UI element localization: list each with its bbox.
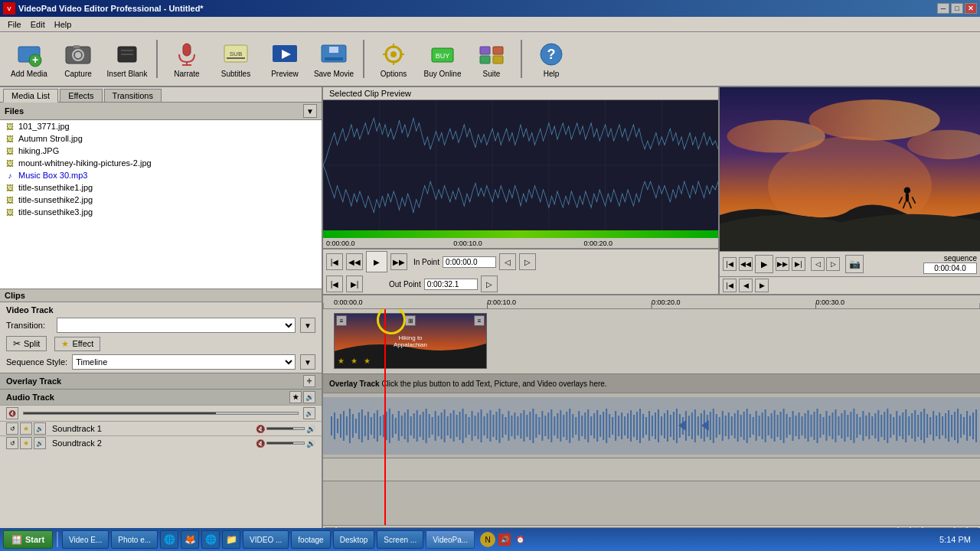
seq-next-frame-btn[interactable]: ▷ <box>826 257 840 271</box>
file-item-6[interactable]: 🖼 title-sunsethike2.jpg <box>0 194 322 206</box>
minimize-button[interactable]: ─ <box>937 3 949 14</box>
audio-track-star-btn[interactable]: ★ <box>289 391 302 403</box>
taskbar-folder-btn[interactable]: 📁 <box>222 530 240 549</box>
seq-r2-btn[interactable]: ◀ <box>739 279 753 292</box>
overlay-track-add-btn[interactable]: + <box>303 375 315 387</box>
clip-forward-btn[interactable]: ▶▶ <box>390 253 407 270</box>
taskbar-item-0[interactable]: Video E... <box>62 530 109 549</box>
svg-rect-169 <box>655 412 656 439</box>
taskbar-item-3[interactable]: footage <box>291 530 330 549</box>
taskbar-item-1[interactable]: Photo e... <box>111 530 158 549</box>
clip-end-btn[interactable]: ▶| <box>346 276 363 292</box>
subtitles-button[interactable]: SUB Subtitles <box>213 35 259 83</box>
svg-rect-179 <box>685 411 687 441</box>
taskbar-item-4[interactable]: Desktop <box>333 530 375 549</box>
title-bar-right[interactable]: ─ □ ✕ <box>937 3 977 14</box>
audio-track-speaker-btn[interactable]: 🔊 <box>303 391 315 403</box>
taskbar-item-2[interactable]: VIDEO ... <box>243 530 289 549</box>
tab-transitions[interactable]: Transitions <box>104 89 162 102</box>
seq-r3-btn[interactable]: ▶ <box>755 279 769 292</box>
maximize-button[interactable]: □ <box>951 3 963 14</box>
transition-select[interactable] <box>57 318 296 333</box>
clip-menu-btn[interactable]: ≡ <box>336 315 347 326</box>
sequence-style-select[interactable]: Timeline <box>72 354 296 370</box>
taskbar-ie-btn[interactable]: 🌐 <box>160 530 178 549</box>
tab-effects[interactable]: Effects <box>60 89 102 102</box>
soundtrack-1-star-btn[interactable]: ★ <box>20 422 32 435</box>
seq-forward-btn[interactable]: ▶▶ <box>776 257 789 271</box>
seq-end-btn[interactable]: ▶| <box>792 257 805 271</box>
audio-volume-slider[interactable] <box>23 412 299 415</box>
preview-button[interactable]: Preview <box>262 35 308 83</box>
clip-rewind-btn[interactable]: ◀◀ <box>346 253 363 270</box>
file-item-1[interactable]: 🖼 Autumn Stroll.jpg <box>0 132 322 145</box>
seq-snapshot-btn[interactable]: 📷 <box>845 255 864 273</box>
clip-right-menu-btn[interactable]: ≡ <box>474 315 485 326</box>
soundtrack-1-vol-icon[interactable]: 🔊 <box>306 425 315 433</box>
clip-mark-in-btn[interactable]: ◁ <box>499 253 516 270</box>
soundtrack-1-mute-icon[interactable]: 🔇 <box>256 425 265 433</box>
insert-blank-button[interactable]: Insert Blank <box>104 35 150 83</box>
audio-vol-up-btn[interactable]: 🔊 <box>303 407 315 419</box>
buy-online-button[interactable]: BUY Buy Online <box>420 35 466 83</box>
split-button[interactable]: ✂ Split <box>6 336 47 351</box>
save-movie-button[interactable]: Save Movie <box>311 35 357 83</box>
help-button[interactable]: ? Help <box>528 35 574 83</box>
tab-media-list[interactable]: Media List <box>3 89 58 103</box>
clip-start-btn[interactable]: |◀ <box>326 276 343 292</box>
soundtrack-2-speaker-btn[interactable]: 🔊 <box>34 437 46 449</box>
out-point-field[interactable] <box>424 279 478 290</box>
taskbar-ff-btn[interactable]: 🦊 <box>181 530 199 549</box>
tray-icon-2[interactable]: 🔊 <box>498 533 511 546</box>
suite-button[interactable]: Suite <box>469 35 514 83</box>
clip-mark-out-btn[interactable]: ▷ <box>519 253 536 270</box>
menu-file[interactable]: File <box>3 18 26 31</box>
tray-icon-1[interactable]: N <box>480 532 495 547</box>
clip-next-btn[interactable]: ▷ <box>481 276 498 292</box>
soundtrack-2-star-btn[interactable]: ★ <box>20 437 32 449</box>
options-button[interactable]: Options <box>371 35 416 83</box>
taskbar-item-5[interactable]: Screen ... <box>377 530 423 549</box>
file-item-7[interactable]: 🖼 title-sunsethike3.jpg <box>0 206 322 218</box>
clip-play-btn[interactable]: ▶ <box>366 251 387 272</box>
audio-mute-btn[interactable]: 🔇 <box>6 407 18 419</box>
taskbar-item-6[interactable]: VideoPa... <box>426 530 475 549</box>
transition-dropdown-btn[interactable]: ▼ <box>300 318 315 333</box>
seq-r1-btn[interactable]: |◀ <box>723 279 737 292</box>
video-clip-1[interactable]: ≡ ⊞ ≡ Hiking to Appalachian ★ <box>334 313 487 369</box>
close-button[interactable]: ✕ <box>965 3 977 14</box>
add-media-button[interactable]: + Add Media <box>6 35 52 83</box>
svg-rect-8 <box>121 50 133 51</box>
soundtrack-2-mute-icon[interactable]: 🔇 <box>256 439 265 448</box>
in-point-field[interactable] <box>443 256 496 268</box>
soundtrack-1-speaker-btn[interactable]: 🔊 <box>34 422 46 435</box>
taskbar-chrome-btn[interactable]: 🌐 <box>201 530 220 549</box>
start-button[interactable]: 🪟 Start <box>3 530 53 549</box>
seq-rewind-btn[interactable]: ◀◀ <box>739 257 753 271</box>
soundtrack-2-vol-icon[interactable]: 🔊 <box>306 439 315 448</box>
file-item-0[interactable]: 🖼 101_3771.jpg <box>0 120 322 132</box>
file-item-2[interactable]: 🖼 hiking.JPG <box>0 145 322 157</box>
tray-icon-3[interactable]: ⏰ <box>514 533 526 546</box>
menu-help[interactable]: Help <box>50 18 77 31</box>
clip-prev-frame-btn[interactable]: |◀ <box>326 253 343 270</box>
effect-button[interactable]: ★ Effect <box>54 337 100 351</box>
seq-controls-row2: |◀ ◀ ▶ <box>720 276 980 294</box>
narrate-button[interactable]: Narrate <box>164 35 210 83</box>
menu-edit[interactable]: Edit <box>26 18 50 31</box>
capture-button[interactable]: Capture <box>55 35 101 83</box>
file-item-5[interactable]: 🖼 title-sunsethike1.jpg <box>0 181 322 194</box>
sequence-style-dropdown-btn[interactable]: ▼ <box>300 354 315 370</box>
clip-time-0: 0:00:00.0 <box>326 240 355 247</box>
soundtrack-1-rewind-btn[interactable]: ↺ <box>6 422 18 435</box>
clip-lock-btn[interactable]: ⊞ <box>405 315 416 326</box>
soundtrack-1-slider[interactable] <box>266 427 305 430</box>
soundtrack-2-slider[interactable] <box>266 442 305 445</box>
seq-start-btn[interactable]: |◀ <box>723 257 737 271</box>
seq-prev-frame-btn[interactable]: ◁ <box>811 257 825 271</box>
seq-play-btn[interactable]: ▶ <box>755 255 773 273</box>
soundtrack-2-rewind-btn[interactable]: ↺ <box>6 437 18 449</box>
file-item-4[interactable]: ♪ Music Box 30.mp3 <box>0 169 322 181</box>
files-options-button[interactable]: ▼ <box>303 104 317 118</box>
file-item-3[interactable]: 🖼 mount-whitney-hiking-pictures-2.jpg <box>0 157 322 169</box>
